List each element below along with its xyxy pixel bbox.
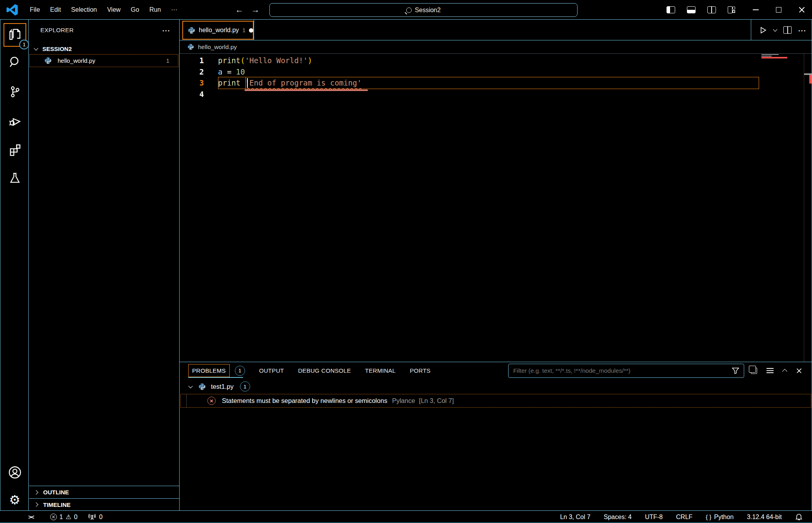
tab-debug-console[interactable]: DEBUG CONSOLE bbox=[298, 367, 351, 374]
activity-search[interactable] bbox=[0, 52, 29, 72]
view-as-table-icon[interactable] bbox=[751, 368, 757, 374]
run-dropdown-chevron-icon[interactable] bbox=[773, 27, 777, 31]
gear-icon: ⚙ bbox=[9, 494, 20, 506]
menu-run[interactable]: Run bbox=[149, 6, 161, 13]
group-badge: 1 bbox=[240, 381, 250, 392]
radio-tower-icon bbox=[88, 514, 96, 521]
back-arrow-icon[interactable]: ← bbox=[235, 5, 243, 15]
command-center-text: Session2 bbox=[415, 7, 441, 14]
timeline-section[interactable]: TIMELINE bbox=[29, 498, 179, 510]
tab-output[interactable]: OUTPUT bbox=[259, 367, 284, 374]
warnings-icon: ⚠ bbox=[65, 513, 71, 521]
code-line-1: 1 print('Hello World!') bbox=[180, 55, 812, 66]
menu-go[interactable]: Go bbox=[131, 6, 139, 13]
python-file-icon bbox=[188, 27, 195, 34]
python-interpreter[interactable]: 3.12.4 64-bit bbox=[747, 514, 782, 521]
ports-status[interactable]: 0 bbox=[88, 514, 103, 521]
code-line-2: 2 a = 10 bbox=[180, 66, 812, 78]
chevron-right-icon bbox=[34, 502, 38, 507]
minimap-error-mark bbox=[761, 57, 787, 58]
eol-sequence[interactable]: CRLF bbox=[676, 514, 692, 521]
activity-run-debug[interactable] bbox=[0, 111, 29, 131]
menu-view[interactable]: View bbox=[107, 6, 120, 13]
activity-testing[interactable] bbox=[0, 168, 29, 188]
vscode-window: File Edit Selection View Go Run ··· ← → … bbox=[0, 0, 812, 523]
problems-status[interactable]: 1 ⚠ 0 bbox=[50, 513, 78, 521]
file-item-hello-world[interactable]: hello_world.py 1 bbox=[29, 54, 178, 67]
menu-selection[interactable]: Selection bbox=[71, 6, 97, 13]
toggle-secondary-sidebar-icon[interactable] bbox=[707, 6, 716, 13]
problems-label: PROBLEMS bbox=[188, 364, 230, 377]
sidebar-title: EXPLORER bbox=[40, 27, 74, 33]
language-mode[interactable]: Python bbox=[706, 514, 734, 521]
tab-hello-world[interactable]: hello_world.py 1 bbox=[182, 21, 254, 40]
activity-source-control[interactable] bbox=[0, 82, 29, 102]
maximize-icon[interactable] bbox=[776, 7, 781, 13]
group-file-name: test1.py bbox=[211, 383, 234, 390]
tab-problems[interactable]: PROBLEMS 1 bbox=[188, 362, 245, 379]
toggle-panel-icon[interactable] bbox=[687, 6, 696, 13]
minimap-separator bbox=[804, 54, 804, 362]
minimap-line bbox=[761, 54, 779, 55]
problem-row[interactable]: Statements must be separated by newlines… bbox=[180, 394, 811, 408]
account-icon bbox=[8, 465, 22, 479]
customize-layout-icon[interactable] bbox=[728, 6, 736, 13]
code-line-3-current: 3 print 'End of program is coming' bbox=[180, 77, 812, 89]
split-editor-icon[interactable] bbox=[783, 26, 792, 34]
remote-indicator-icon[interactable] bbox=[28, 514, 34, 520]
run-file-icon[interactable] bbox=[759, 26, 767, 34]
problems-file-group[interactable]: test1.py 1 bbox=[180, 379, 812, 394]
active-tab-underline bbox=[188, 377, 243, 378]
cursor-position[interactable]: Ln 3, Col 7 bbox=[560, 514, 590, 521]
encoding[interactable]: UTF-8 bbox=[645, 514, 663, 521]
explorer-more-actions-icon[interactable] bbox=[162, 26, 171, 34]
extensions-icon bbox=[8, 143, 22, 157]
search-icon bbox=[8, 55, 22, 69]
command-center-search[interactable]: Session2 bbox=[269, 3, 578, 17]
notifications-bell-icon[interactable] bbox=[795, 513, 803, 521]
explorer-sidebar: EXPLORER SESSION2 hello_world.py 1 OUTLI… bbox=[29, 20, 180, 510]
breadcrumb[interactable]: hello_world.py bbox=[180, 40, 812, 54]
filter-input[interactable] bbox=[509, 367, 732, 374]
code-editor[interactable]: 1 print('Hello World!') 2 a = 10 3 print… bbox=[180, 54, 812, 362]
menu-edit[interactable]: Edit bbox=[50, 6, 61, 13]
maximize-panel-icon[interactable] bbox=[782, 369, 787, 374]
activity-extensions[interactable] bbox=[0, 140, 29, 160]
minimap-line bbox=[761, 56, 772, 56]
filter-funnel-icon[interactable] bbox=[732, 368, 739, 374]
problem-location: [Ln 3, Col 7] bbox=[419, 397, 454, 405]
unsaved-dot-icon[interactable] bbox=[249, 28, 253, 33]
file-name: hello_world.py bbox=[58, 57, 95, 64]
minimize-icon[interactable] bbox=[753, 9, 759, 10]
title-bar: File Edit Selection View Go Run ··· ← → … bbox=[0, 0, 812, 20]
menu-file[interactable]: File bbox=[30, 6, 40, 13]
python-file-icon bbox=[44, 57, 52, 64]
menu-more[interactable]: ··· bbox=[171, 6, 177, 13]
tab-terminal[interactable]: TERMINAL bbox=[365, 367, 396, 374]
editor-more-actions-icon[interactable] bbox=[798, 26, 807, 34]
forward-arrow-icon[interactable]: → bbox=[251, 5, 260, 15]
chevron-down-icon bbox=[188, 384, 193, 388]
line-number-active: 3 bbox=[180, 78, 204, 87]
error-squiggle-text: 'End of program is coming' bbox=[245, 78, 361, 87]
chevron-down-icon bbox=[34, 46, 38, 50]
toggle-primary-sidebar-icon[interactable] bbox=[667, 6, 675, 13]
close-panel-icon[interactable] bbox=[796, 368, 802, 374]
language-label: Python bbox=[714, 514, 734, 521]
tree-indent-guide bbox=[186, 394, 187, 407]
close-icon[interactable] bbox=[799, 7, 805, 13]
indentation[interactable]: Spaces: 4 bbox=[604, 514, 632, 521]
activity-accounts[interactable] bbox=[0, 462, 29, 483]
beaker-icon bbox=[9, 171, 21, 185]
activity-explorer[interactable]: 1 bbox=[4, 23, 26, 47]
editor-group: hello_world.py 1 hello_world.py 1 bbox=[180, 20, 812, 362]
outline-label: OUTLINE bbox=[43, 489, 69, 496]
vscode-logo-icon bbox=[6, 4, 18, 16]
activity-settings[interactable]: ⚙ bbox=[0, 490, 29, 510]
folder-section-header[interactable]: SESSION2 bbox=[29, 42, 179, 55]
collapse-all-icon[interactable] bbox=[767, 368, 774, 374]
tab-ports[interactable]: PORTS bbox=[410, 367, 431, 374]
problem-source: Pylance bbox=[392, 397, 415, 405]
outline-section[interactable]: OUTLINE bbox=[29, 486, 179, 498]
text-cursor bbox=[247, 78, 248, 88]
